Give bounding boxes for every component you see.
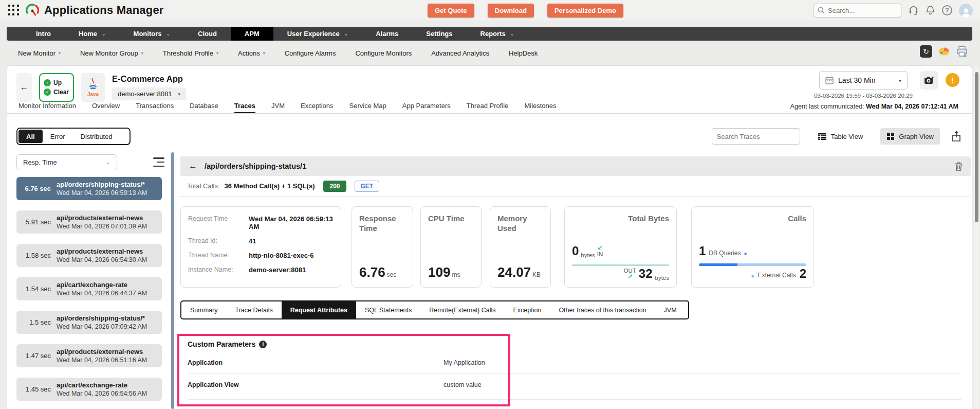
subnav-configure-alarms[interactable]: Configure Alarms [285, 49, 336, 57]
tab-trace-details[interactable]: Trace Details [226, 301, 281, 318]
trace-list-item[interactable]: 1.58 sec api/products/external-news Wed … [16, 244, 162, 267]
tab-database[interactable]: Database [190, 102, 218, 113]
tab-summary[interactable]: Summary [181, 301, 226, 318]
support-headset-icon[interactable] [908, 5, 919, 16]
collapse-list-icon[interactable] [153, 157, 164, 167]
page-scrollbar-thumb[interactable] [975, 72, 978, 222]
nav-item-user-experience[interactable]: User Experience⌄ [273, 27, 362, 41]
personalized-demo-button[interactable]: Personalized Demo [547, 4, 623, 17]
global-search-box[interactable] [813, 4, 901, 17]
table-view-button[interactable]: Table View [811, 128, 870, 145]
tab-other-traces[interactable]: Other traces of this transaction [550, 301, 655, 318]
download-button[interactable]: Download [488, 4, 534, 17]
nav-item-reports[interactable]: Reports⌄ [467, 27, 528, 41]
delete-trace-icon[interactable] [955, 162, 963, 171]
app-launcher-icon[interactable] [8, 5, 20, 16]
alert-warning-badge[interactable]: ! [946, 73, 959, 87]
monitor-title-block: E-Commerce App demo-server:8081 ▾ [112, 73, 186, 102]
tab-sql-statements[interactable]: SQL Statements [356, 301, 420, 318]
nav-item-cloud[interactable]: Cloud [184, 27, 231, 41]
tab-service-map[interactable]: Service Map [349, 102, 386, 113]
segment-all[interactable]: All [19, 130, 43, 143]
tab-remote-external-calls[interactable]: Remote(External) Calls [420, 301, 504, 318]
db-queries-dot-icon: ● [744, 251, 747, 256]
time-range-selector[interactable]: Last 30 Min ▾ [819, 71, 908, 90]
top-header: Applications Manager Get Quote Download … [0, 0, 980, 21]
tab-exception[interactable]: Exception [504, 301, 550, 318]
trace-toolbar: Table View Graph View [712, 128, 961, 145]
export-share-icon[interactable] [951, 131, 961, 142]
param-label: Application View [188, 381, 239, 388]
tab-request-attributes[interactable]: Request Attributes [282, 301, 356, 318]
java-icon [87, 78, 99, 91]
subnav-helpdesk[interactable]: HelpDesk [509, 49, 538, 57]
printer-icon[interactable] [956, 45, 968, 58]
trace-list-item[interactable]: 5.91 sec api/products/external-news Wed … [16, 210, 162, 234]
nav-item-monitors[interactable]: Monitors⌄ [120, 27, 184, 41]
up-arrow-icon: ↑ [44, 79, 51, 86]
nav-item-settings[interactable]: Settings [412, 27, 466, 41]
info-icon[interactable]: i [259, 341, 267, 348]
caret-down-icon: ▾ [899, 78, 901, 83]
tab-thread-profile[interactable]: Thread Profile [467, 102, 509, 113]
trace-duration: 6.76 sec [16, 185, 57, 192]
trace-duration: 5.91 sec [16, 218, 57, 226]
monitor-back-button[interactable]: ← [16, 73, 32, 102]
tab-jvm[interactable]: JVM [271, 102, 285, 113]
instance-selector[interactable]: demo-server:8081 ▾ [112, 87, 186, 100]
sidebar-scrollbar[interactable] [171, 152, 174, 409]
bytes-in-arrow-icon: ↙ [597, 245, 603, 251]
trace-filter-segmented-control: All Error Distributed [16, 128, 131, 145]
tab-app-parameters[interactable]: App Parameters [402, 102, 451, 113]
http-method-badge[interactable]: GET [355, 181, 380, 192]
tab-transactions[interactable]: Transactions [136, 102, 174, 113]
trace-timestamp: Wed Mar 04, 2026 06:54:30 AM [57, 256, 147, 264]
user-avatar[interactable] [959, 4, 973, 17]
notifications-bell-icon[interactable] [926, 5, 935, 15]
pie-chart-icon[interactable] [938, 45, 950, 58]
segment-distributed[interactable]: Distributed [73, 130, 120, 143]
subnav-actions[interactable]: Actions▾ [238, 49, 265, 57]
row-divider [188, 374, 961, 374]
page-scrollbar[interactable] [974, 66, 979, 409]
subnav-new-monitor[interactable]: New Monitor▾ [18, 49, 61, 57]
help-icon[interactable]: ? [942, 5, 952, 15]
screenshot-shutter-icon[interactable]: ↻ [920, 45, 932, 58]
subnav-new-monitor-group[interactable]: New Monitor Group▾ [80, 49, 143, 57]
tab-monitor-information[interactable]: Monitor Information [19, 102, 76, 113]
trace-search-box[interactable] [712, 128, 800, 145]
bytes-divider [572, 264, 669, 266]
nav-item-alarms[interactable]: Alarms [362, 27, 412, 41]
graph-view-icon [886, 132, 895, 140]
nav-item-home[interactable]: Home⌄ [65, 27, 120, 41]
subnav-configure-monitors[interactable]: Configure Monitors [355, 49, 412, 57]
tab-milestones[interactable]: Milestones [524, 102, 556, 113]
trace-back-button[interactable]: ← [189, 161, 197, 171]
global-search-input[interactable] [828, 7, 884, 14]
snapshot-camera-button[interactable] [920, 71, 938, 90]
tab-overview[interactable]: Overview [92, 102, 120, 113]
monitor-type-label: Java [87, 92, 99, 97]
subnav-threshold-profile[interactable]: Threshold Profile▾ [163, 49, 218, 57]
row-divider [188, 399, 961, 400]
tab-traces[interactable]: Traces [234, 102, 255, 113]
trace-list-item[interactable]: 1.47 sec api/products/external-news Wed … [16, 344, 162, 367]
sort-by-dropdown[interactable]: Resp. Time ⌄ [16, 154, 117, 170]
nav-item-apm[interactable]: APM [231, 27, 273, 41]
segment-error[interactable]: Error [43, 130, 73, 143]
trace-search-input[interactable] [717, 133, 807, 140]
get-quote-button[interactable]: Get Quote [428, 4, 474, 17]
trace-path: api/orders/shipping-status/* [57, 314, 147, 323]
trace-list-item[interactable]: 1.5 sec api/orders/shipping-status/* Wed… [16, 311, 162, 334]
nav-item-intro[interactable]: Intro [22, 27, 65, 41]
monitor-status-badge: ↑ Up ✓ Clear [39, 73, 74, 102]
trace-list-item[interactable]: 1.54 sec api/cart/exchange-rate Wed Mar … [16, 277, 162, 300]
trace-timestamp: Wed Mar 04, 2026 07:09:42 AM [57, 323, 147, 331]
trace-list-item[interactable]: 6.76 sec api/orders/shipping-status/* We… [16, 177, 162, 200]
trace-list-item[interactable]: 1.45 sec api/cart/exchange-rate Wed Mar … [16, 378, 162, 401]
total-calls-row: Total Calls: 36 Method Call(s) + 1 SQL(s… [180, 176, 971, 197]
tab-jvm-detail[interactable]: JVM [655, 301, 686, 318]
tab-exceptions[interactable]: Exceptions [301, 102, 334, 113]
subnav-advanced-analytics[interactable]: Advanced Analytics [431, 49, 489, 57]
graph-view-button[interactable]: Graph View [880, 128, 940, 145]
